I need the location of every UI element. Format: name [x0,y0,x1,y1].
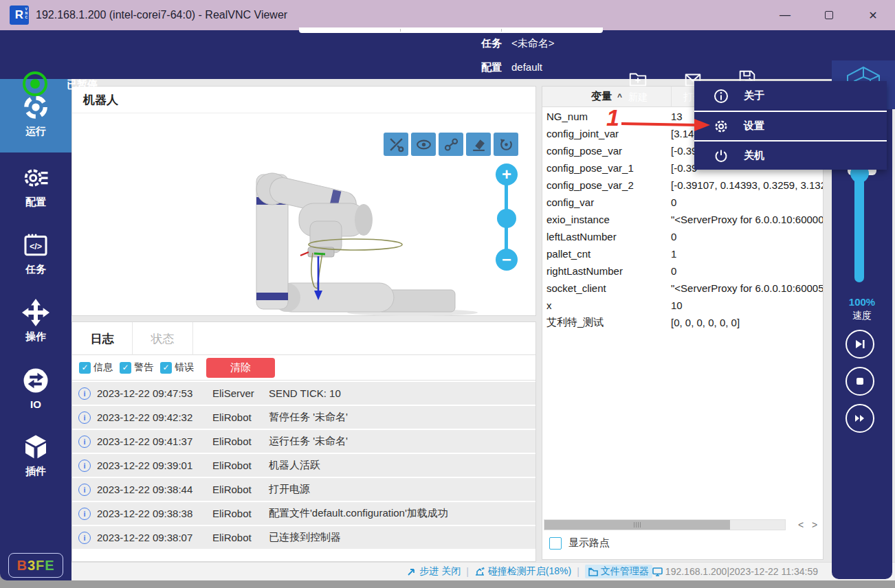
titlebar: R VNC 192.168.1.200 (intel-corei7-64:0) … [0,0,895,30]
b3fe-logo: B3FE [8,553,63,578]
plugin-icon [22,433,49,461]
log-message: 机器人活跃 [269,459,320,472]
filter-info-checkbox[interactable]: ✓ [79,362,91,374]
log-message: 暂停任务 '未命名' [269,411,348,424]
variable-row[interactable]: socket_client"<ServerProxy for 6.0.0.10:… [542,280,823,297]
eye-icon [416,137,432,152]
log-message: SEND TICK: 10 [269,387,341,399]
minimize-button[interactable]: — [763,0,807,30]
realvnc-logo-icon: R VNC [10,5,29,25]
info-icon: i [78,484,91,496]
vnc-toolbar-tab[interactable] [299,27,603,33]
annotation-arrow [617,114,714,135]
io-icon [22,367,49,394]
filter-info-label: 信息 [93,361,113,374]
sidebar-item-plugin-label: 插件 [25,465,46,478]
view-erase-button[interactable] [466,133,491,156]
connection-address: 192.168.1.200|2023-12-22 11:34:59 [652,566,818,577]
menu-item-settings[interactable]: 设置 [694,111,887,140]
info-icon: i [78,532,91,544]
config-label: 配置 [481,61,502,73]
filter-error-checkbox[interactable]: ✓ [160,362,172,374]
log-tab-bar: 日志 状态 [72,322,535,355]
log-row: i 2023-12-22 09:38:38 EliRobot 配置文件'defa… [72,502,535,525]
view-tools-button[interactable] [384,133,408,156]
operate-icon [22,299,49,326]
configure-icon [22,164,49,192]
log-message: 打开电源 [269,483,310,496]
view-reset-rotation-button[interactable] [494,133,518,156]
waypoint-path-icon [443,137,459,152]
log-list: i 2023-12-22 09:47:53 EliServer SEND TIC… [72,382,535,550]
variable-row[interactable]: x10 [542,297,823,314]
gear-icon [714,119,729,134]
desktop-background [0,580,895,588]
sidebar-item-task-label: 任务 [25,263,46,276]
horizontal-scrollbar[interactable] [544,519,786,530]
step-mode-status[interactable]: 步进 关闭 [407,565,461,578]
config-value: default [511,61,542,73]
view-visibility-button[interactable] [411,133,436,156]
collision-icon [474,567,485,576]
variable-row[interactable]: rightLastNumber0 [542,262,823,280]
system-dropdown-menu: 关于 设置 关机 [694,81,887,170]
sidebar-item-io[interactable]: IO [0,354,71,422]
sidebar-item-operate[interactable]: 操作 [0,287,71,354]
sidebar-item-task[interactable]: </> 任务 [0,220,71,287]
close-button[interactable]: ✕ [851,0,895,30]
task-icon: </> [22,231,49,259]
scroll-left-chevron[interactable]: < [798,519,804,530]
variable-row[interactable]: config_pose_var_2[-0.39107, 0.14393, 0.3… [542,177,823,194]
variable-row[interactable]: leftLastNumber0 [542,228,823,245]
menu-item-about[interactable]: 关于 [694,81,887,111]
collision-detection-status[interactable]: 碰撞检测开启(18%) [474,565,571,578]
zoom-slider-handle[interactable] [497,209,516,228]
log-time: 2023-12-22 09:38:38 [97,508,212,519]
log-message: 运行任务 '未命名' [269,435,348,448]
new-task-button[interactable]: 新建 [613,69,663,107]
scrollbar-thumb[interactable] [544,520,730,530]
show-waypoints-checkbox[interactable] [549,537,562,550]
new-task-icon [627,69,649,89]
step-run-button[interactable] [846,330,874,359]
menu-item-shutdown[interactable]: 关机 [694,140,887,170]
log-source: EliRobot [212,436,261,447]
zoom-in-button[interactable]: + [496,163,518,185]
log-row: i 2023-12-22 09:38:07 EliRobot 已连接到控制器 [72,526,535,549]
log-source: EliRobot [212,411,261,423]
robot-3d-view[interactable] [72,87,537,317]
tools-icon [388,137,404,152]
new-task-label: 新建 [628,91,648,104]
variable-row[interactable]: pallet_cnt1 [542,245,823,262]
log-panel: 日志 状态 ✓ 信息 ✓ 警告 ✓ 错误 清除 i 2023-12-22 09:… [71,321,536,562]
log-row: i 2023-12-22 09:39:01 EliRobot 机器人活跃 [72,454,535,477]
fast-forward-button[interactable] [846,404,874,433]
scroll-right-chevron[interactable]: > [812,519,817,530]
variable-row[interactable]: exio_instance"<ServerProxy for 6.0.0.10:… [542,211,823,228]
speed-slider-track[interactable] [854,174,864,282]
filter-warning-checkbox[interactable]: ✓ [120,362,131,374]
sidebar-item-configure[interactable]: 配置 [0,152,71,220]
svg-text:</>: </> [30,242,42,251]
clear-log-button[interactable]: 清除 [206,358,275,378]
info-icon [714,89,729,104]
maximize-button[interactable] [807,0,851,30]
tab-log[interactable]: 日志 [72,322,133,355]
window-title: 192.168.1.200 (intel-corei7-64:0) - Real… [36,9,287,21]
view-path-button[interactable] [439,133,463,156]
variable-row[interactable]: config_var0 [542,194,823,211]
sidebar-item-plugin[interactable]: 插件 [0,422,71,489]
log-source: EliServer [212,387,261,399]
tab-status[interactable]: 状态 [133,322,193,355]
log-time: 2023-12-22 09:47:53 [97,387,212,399]
variable-row[interactable]: 艾利特_测试[0, 0, 0, 0, 0, 0] [542,314,823,331]
file-manager-button[interactable]: 文件管理器 [585,565,652,578]
stop-button[interactable] [846,367,874,396]
stop-icon [853,374,867,388]
info-icon: i [78,411,91,424]
rotate-view-icon [498,137,514,152]
filter-error-label: 错误 [175,361,194,374]
zoom-out-button[interactable]: − [496,249,518,271]
info-icon: i [78,436,91,448]
log-source: EliRobot [212,484,261,495]
